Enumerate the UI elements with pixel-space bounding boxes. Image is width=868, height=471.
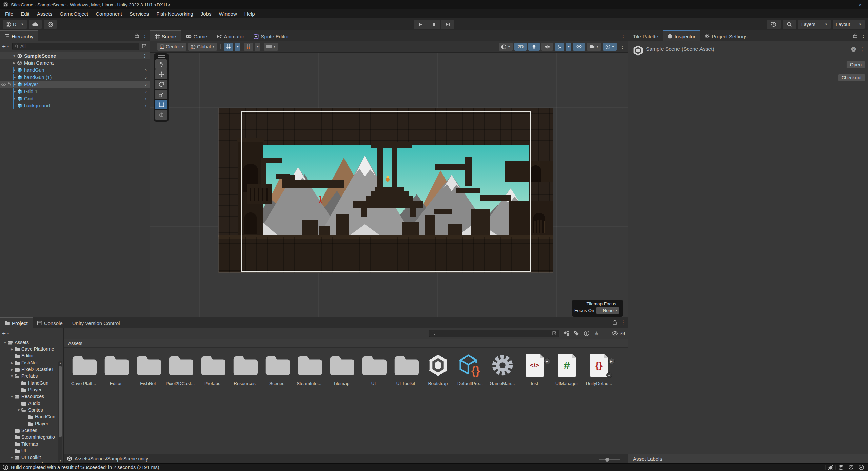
prefab-chevron-icon[interactable]: › xyxy=(145,81,147,87)
folder-tree-row[interactable]: HandGun xyxy=(0,413,63,420)
hierarchy-search-box[interactable] xyxy=(12,43,139,50)
kebab-menu-icon[interactable]: ⋮ xyxy=(861,33,866,39)
folder-tree-row[interactable]: ▶ FishNet xyxy=(0,359,63,366)
close-button[interactable]: × xyxy=(852,0,868,9)
pivot-mode-dropdown[interactable]: Center ▼ xyxy=(157,43,186,51)
folder-tree-row[interactable]: Player xyxy=(0,420,63,427)
background-tasks-indicator[interactable] xyxy=(856,465,866,470)
unity-id-button[interactable] xyxy=(44,20,57,29)
scene-view-tab[interactable]: Animator xyxy=(212,30,249,41)
kebab-menu-icon[interactable]: ⋮ xyxy=(620,44,625,50)
menu-item[interactable]: GameObject xyxy=(56,9,92,18)
grid-visual-toggle[interactable] xyxy=(244,43,253,51)
expand-subasset-badge[interactable]: ▶ xyxy=(544,358,550,364)
menu-item[interactable]: Services xyxy=(126,9,153,18)
asset-item[interactable]: Resources xyxy=(229,352,261,386)
inspector-tab[interactable]: Tile Palette xyxy=(628,30,663,41)
asset-item[interactable]: Pixel2DCast... xyxy=(164,352,196,386)
menu-item[interactable]: File xyxy=(1,9,17,18)
snap-increment-dropdown[interactable]: ▼ xyxy=(264,43,278,51)
drag-handle[interactable] xyxy=(158,55,165,58)
thumbnail-zoom-slider[interactable] xyxy=(599,459,620,460)
asset-labels-section[interactable]: Asset Labels xyxy=(628,454,868,463)
play-button[interactable] xyxy=(414,20,427,29)
kebab-menu-icon[interactable]: ⋮ xyxy=(860,46,865,52)
search-log-icon[interactable] xyxy=(584,331,589,336)
menu-item[interactable]: Edit xyxy=(17,9,33,18)
prefab-chevron-icon[interactable]: › xyxy=(145,96,147,101)
folder-tree-row[interactable]: Audio xyxy=(0,400,63,407)
lock-icon[interactable] xyxy=(135,33,139,38)
asset-item[interactable]: Tilemap xyxy=(325,352,357,386)
asset-item[interactable]: Editor xyxy=(100,352,132,386)
menu-item[interactable]: Assets xyxy=(33,9,56,18)
hierarchy-item[interactable]: ▶ Player › xyxy=(0,81,150,88)
asset-item[interactable]: UI xyxy=(357,352,390,386)
scale-tool-button[interactable] xyxy=(155,90,167,99)
asset-item[interactable]: # UIManager xyxy=(551,352,583,386)
foldout-collapsed-icon[interactable]: ▶ xyxy=(12,68,17,72)
prefab-chevron-icon[interactable]: › xyxy=(145,103,147,108)
effects-dropdown[interactable]: ▼ xyxy=(566,43,571,51)
hierarchy-item[interactable]: ▶ Grid 1 › xyxy=(0,88,150,95)
account-button[interactable]: D ▼ xyxy=(3,20,27,29)
project-search-box[interactable] xyxy=(429,330,559,337)
scrollbar-thumb[interactable] xyxy=(59,366,62,437)
prefab-chevron-icon[interactable]: › xyxy=(145,88,147,94)
menu-item[interactable]: Component xyxy=(92,9,126,18)
search-everything-button[interactable] xyxy=(783,20,796,29)
expand-subasset-badge[interactable]: ▶ xyxy=(608,358,615,364)
foldout-open-icon[interactable]: ▼ xyxy=(9,456,14,459)
help-icon[interactable]: ? xyxy=(851,47,856,52)
audio-mute-toggle[interactable] xyxy=(541,43,553,51)
folder-tree-row[interactable]: SteamIntegratio xyxy=(0,434,63,441)
bottom-panel-tab[interactable]: Project xyxy=(0,317,33,328)
gizmos-dropdown[interactable]: ▼ xyxy=(603,43,617,51)
scene-view-tab[interactable]: Scene xyxy=(150,30,181,41)
asset-item[interactable]: SteamInte... xyxy=(293,352,325,386)
foldout-collapsed-icon[interactable]: ▶ xyxy=(9,368,14,371)
foldout-open-icon[interactable]: ▼ xyxy=(3,341,7,344)
scene-viewport[interactable]: Tilemap Focus Focus On None ▼ xyxy=(150,53,628,317)
hierarchy-scene-row[interactable]: ▼ SampleScene ⋮ xyxy=(0,52,150,59)
folder-tree-row[interactable]: Editor xyxy=(0,352,63,359)
hierarchy-item[interactable]: ▶ handGun › xyxy=(0,66,150,74)
layers-dropdown[interactable]: Layers▼ xyxy=(798,20,831,29)
grid-snapping-toggle[interactable] xyxy=(224,43,233,51)
kebab-menu-icon[interactable]: ⋮ xyxy=(620,319,626,325)
checkout-button[interactable]: Checkout xyxy=(838,74,865,81)
rect-tool-button[interactable] xyxy=(155,100,167,109)
tree-scrollbar[interactable]: ▲ ▼ xyxy=(58,361,62,463)
search-by-type-icon[interactable] xyxy=(564,331,569,336)
foldout-collapsed-icon[interactable]: ▶ xyxy=(12,75,17,79)
kebab-menu-icon[interactable]: ⋮ xyxy=(142,53,147,59)
cloud-button[interactable] xyxy=(29,20,42,29)
folder-tree-row[interactable]: Player xyxy=(0,386,63,393)
menu-item[interactable]: Fish-Networking xyxy=(153,9,197,18)
lock-icon[interactable] xyxy=(853,33,857,38)
visibility-eye-icon[interactable] xyxy=(1,83,6,86)
foldout-collapsed-icon[interactable]: ▶ xyxy=(12,97,17,100)
slider-thumb[interactable] xyxy=(605,458,609,462)
asset-item[interactable]: Scenes xyxy=(261,352,293,386)
create-asset-button[interactable]: + ▼ xyxy=(2,330,9,337)
asset-item[interactable]: Prefabs xyxy=(196,352,229,386)
drag-handle[interactable] xyxy=(154,44,154,49)
hierarchy-item[interactable]: ▶ Grid › xyxy=(0,95,150,102)
project-search-input[interactable] xyxy=(437,331,550,336)
foldout-collapsed-icon[interactable]: ▶ xyxy=(12,89,17,93)
search-by-label-icon[interactable] xyxy=(574,331,579,336)
pause-button[interactable] xyxy=(427,20,441,29)
menu-item[interactable]: Help xyxy=(241,9,259,18)
foldout-collapsed-icon[interactable]: ▶ xyxy=(12,61,17,65)
rotate-tool-button[interactable] xyxy=(155,80,167,89)
camera-preview-dropdown[interactable]: ▼ xyxy=(587,43,601,51)
foldout-open-icon[interactable]: ▼ xyxy=(12,54,17,58)
favorites-star-icon[interactable]: ★ xyxy=(594,330,599,337)
hierarchy-item[interactable]: background › xyxy=(0,102,150,109)
bottom-panel-tab[interactable]: Unity Version Control xyxy=(67,317,125,328)
folder-tree-row[interactable]: ▼ Resources xyxy=(0,393,63,400)
folder-tree-row[interactable]: ▼ UI Toolkit xyxy=(0,454,63,461)
foldout-open-icon[interactable]: ▼ xyxy=(16,408,21,412)
inspector-tab[interactable]: Project Settings xyxy=(700,30,752,41)
